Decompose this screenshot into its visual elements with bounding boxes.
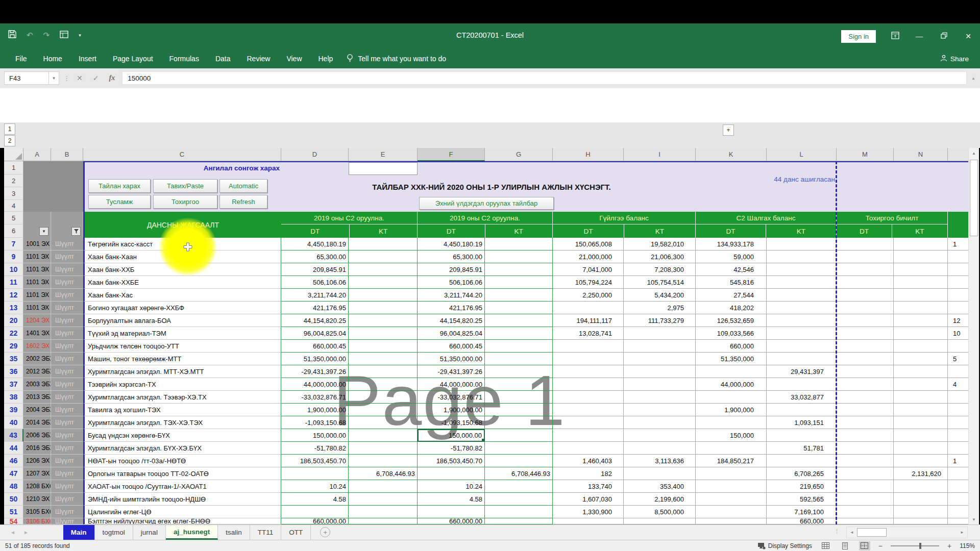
cell-D51[interactable] <box>281 506 349 518</box>
cell-D29[interactable]: 660,000.45 <box>281 340 349 353</box>
cell-G13[interactable] <box>485 302 553 314</box>
account-code-cell[interactable]: 2003 ЭБХ <box>23 378 51 391</box>
account-name-cell[interactable]: Хаан банк-Хас <box>83 289 281 302</box>
overflow-cell[interactable] <box>948 493 968 506</box>
cell-K39[interactable]: 1,900,000 <box>696 404 767 416</box>
horizontal-scroll-thumb[interactable] <box>857 528 887 537</box>
cell-D46[interactable]: 186,503,450.70 <box>281 455 349 467</box>
cell-F36[interactable]: -29,431,397.26 <box>418 365 485 378</box>
outline-level-1-button[interactable]: 1 <box>4 123 15 135</box>
cell-G43[interactable] <box>485 429 553 442</box>
cell-K43[interactable]: 150,000 <box>696 429 767 442</box>
cell-K44[interactable] <box>696 442 767 455</box>
cell-I47[interactable] <box>624 467 696 480</box>
cell-I40[interactable] <box>624 416 696 429</box>
cell-G12[interactable] <box>485 289 553 302</box>
cell-F48[interactable]: 10.24 <box>418 480 485 493</box>
row-header-9[interactable]: 9 <box>4 251 23 263</box>
normal-view-button[interactable] <box>820 541 831 550</box>
page-break-preview-button[interactable] <box>859 541 870 550</box>
zoom-in-icon[interactable]: + <box>947 542 951 550</box>
cell-M29[interactable] <box>837 340 894 353</box>
cell-H37[interactable] <box>553 378 624 391</box>
cell-E13[interactable] <box>349 302 418 314</box>
cell-L47[interactable]: 6,708,265 <box>767 467 837 480</box>
row-header-1[interactable]: 1 <box>4 161 23 174</box>
cell-G7[interactable] <box>485 238 553 251</box>
cell-H9[interactable]: 21,000,000 <box>553 251 624 263</box>
row-header-36[interactable]: 36 <box>4 365 23 378</box>
cell-D7[interactable]: 4,450,180.19 <box>281 238 349 251</box>
account-code-cell[interactable]: 1001 ЭХ <box>23 238 51 251</box>
cell-D36[interactable]: -29,431,397.26 <box>281 365 349 378</box>
cell-D54[interactable]: 660,000.00 <box>281 518 349 524</box>
cell-K54[interactable] <box>696 518 767 524</box>
vertical-scroll-thumb[interactable] <box>970 160 978 236</box>
cell-L54[interactable]: 660,000 <box>767 518 837 524</box>
cell-N29[interactable] <box>894 340 948 353</box>
cell-M54[interactable] <box>837 518 894 524</box>
cell-M35[interactable] <box>837 353 894 365</box>
row-header-54[interactable]: 54 <box>4 518 23 524</box>
cell-F54[interactable]: 660,000.00 <box>418 518 485 524</box>
share-button[interactable]: Share <box>940 55 969 63</box>
account-name-cell[interactable]: Орлогын татварын тооцоо ТТ-02-ОАТӨ <box>83 467 281 480</box>
name-box-dropdown-icon[interactable]: ▾ <box>49 71 59 85</box>
cell-F43[interactable]: 150,000.00 <box>418 429 485 442</box>
filter-cell[interactable]: Шүүлт <box>51 353 83 365</box>
cell-E20[interactable] <box>349 314 418 327</box>
account-code-cell[interactable]: 1101 ЭХ <box>23 289 51 302</box>
scroll-down-icon[interactable]: ▼ <box>969 514 979 524</box>
cell-H29[interactable] <box>553 340 624 353</box>
row-header-29[interactable]: 29 <box>4 340 23 353</box>
cell-N7[interactable] <box>894 238 948 251</box>
cell-N54[interactable] <box>894 518 948 524</box>
cell-D47[interactable] <box>281 467 349 480</box>
cell-F51[interactable] <box>418 506 485 518</box>
account-code-cell[interactable]: 1208 БХӨТ <box>23 480 51 493</box>
cell-L43[interactable] <box>767 429 837 442</box>
cell-H38[interactable] <box>553 391 624 404</box>
filter-cell[interactable]: Шүүлт <box>51 518 83 524</box>
dropdown-filter-icon[interactable]: ▼ <box>39 227 48 236</box>
cell-I43[interactable] <box>624 429 696 442</box>
overflow-cell[interactable] <box>948 506 968 518</box>
account-code-cell[interactable]: 1101 ЭХ <box>23 251 51 263</box>
row-header-13[interactable]: 13 <box>4 302 23 314</box>
filter-cell[interactable]: Шүүлт <box>51 429 83 442</box>
display-settings-button[interactable]: Display Settings <box>757 542 812 549</box>
zoom-slider-thumb[interactable] <box>919 543 921 549</box>
cell-G29[interactable] <box>485 340 553 353</box>
cell-D12[interactable]: 3,211,744.20 <box>281 289 349 302</box>
cell-E54[interactable] <box>349 518 418 524</box>
cell-K22[interactable]: 109,033,566 <box>696 327 767 340</box>
overflow-cell[interactable]: 12 <box>948 314 968 327</box>
account-name-cell[interactable]: Цалингийн өглөг-ЦӨ <box>83 506 281 518</box>
column-header-F[interactable]: F <box>418 148 485 161</box>
cell-F9[interactable]: 65,300.00 <box>418 251 485 263</box>
cell-L10[interactable] <box>767 263 837 276</box>
row-header-51[interactable]: 51 <box>4 506 23 518</box>
cell-D48[interactable]: 10.24 <box>281 480 349 493</box>
cell-F39[interactable]: 1,900,000.00 <box>418 404 485 416</box>
cell-E22[interactable] <box>349 327 418 340</box>
cell-L51[interactable]: 7,169,100 <box>767 506 837 518</box>
account-code-cell[interactable]: 1101 ЭХ <box>23 276 51 289</box>
account-name-cell[interactable]: Хуримтлагдсан элэгдэл. ТЭХ-ХЭ.ТЭХ <box>83 416 281 429</box>
cell-K46[interactable]: 184,850,217 <box>696 455 767 467</box>
overflow-cell[interactable]: 5 <box>948 353 968 365</box>
cell-K40[interactable] <box>696 416 767 429</box>
cell-G22[interactable] <box>485 327 553 340</box>
overflow-cell[interactable]: 10 <box>948 327 968 340</box>
row-header-3[interactable]: 3 <box>4 187 23 200</box>
cell-L38[interactable]: 33,032,877 <box>767 391 837 404</box>
account-code-cell[interactable]: 3105 БХӨТ <box>23 506 51 518</box>
row-header-5[interactable]: 5 <box>4 212 23 224</box>
cell-D50[interactable]: 4.58 <box>281 493 349 506</box>
filter-cell[interactable]: Шүүлт <box>51 455 83 467</box>
cell-H7[interactable]: 150,065,008 <box>553 238 624 251</box>
cell-E46[interactable] <box>349 455 418 467</box>
macro-button-5[interactable]: Тохиргоо <box>153 195 217 209</box>
cell-L39[interactable] <box>767 404 837 416</box>
cell-H22[interactable]: 13,028,741 <box>553 327 624 340</box>
